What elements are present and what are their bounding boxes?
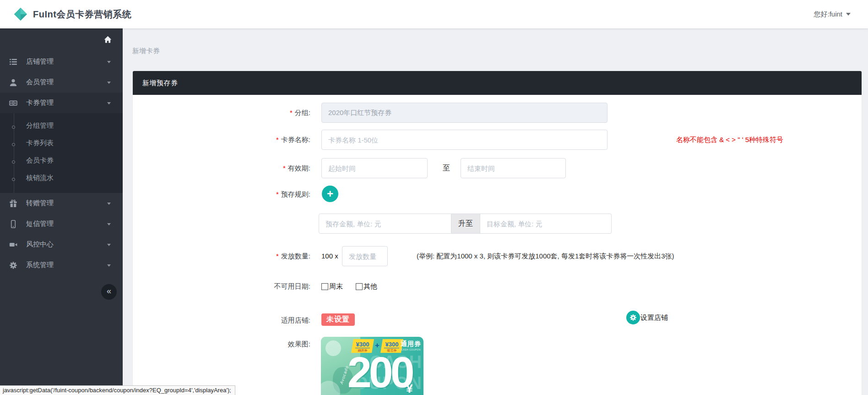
sidebar-item-member-coupon[interactable]: 会员卡券 [0,152,123,169]
chevron-down-icon [107,264,111,269]
coupon-badge: ¥300 暖芯券 [380,339,403,353]
sidebar-item-risk[interactable]: 风控中心 [0,234,123,255]
main-content: 新增卡券 新增预存券 *分组: *卡券名称: 名称不能包含 & < > " ' … [123,28,868,395]
sidebar-subitem-label: 会员卡券 [26,156,54,165]
target-amount-input[interactable] [480,214,612,234]
other-checkbox[interactable]: 其他 [356,282,377,291]
field-label: 适用店铺: [133,313,310,327]
shop-list-icon [9,58,17,66]
home-icon[interactable] [104,36,112,44]
chevron-down-icon [107,203,111,207]
field-label: 不可用日期: [133,278,310,295]
sidebar-item-label: 系统管理 [26,261,54,269]
end-time-input[interactable] [461,158,566,178]
field-label: *预存规则: [133,186,310,203]
quantity-input[interactable] [342,246,388,266]
add-rule-button[interactable]: + [322,186,338,202]
sms-phone-icon [9,220,17,228]
sidebar-item-coupon[interactable]: 卡券管理 [0,93,123,113]
sidebar-item-label: 风控中心 [26,240,54,249]
group-input [321,103,608,123]
bullet-icon [12,160,15,164]
panel-title: 新增预存券 [142,79,178,88]
sidebar-item-member[interactable]: 会员管理 [0,72,123,93]
field-label: *卡券名称: [133,130,310,150]
coupon-badges: ¥300 婚庆券 + ¥300 暖芯券 [351,339,403,353]
form-row-preview: 效果图: CASH COUPON Avocado 200 ¥ ¥300 [133,334,862,395]
coupon-amount: 200 [347,347,412,395]
sidebar-item-label: 店铺管理 [26,57,54,66]
sidebar-item-shop[interactable]: 店铺管理 [0,51,123,72]
coupon-money-icon [9,99,17,107]
form-row-group: *分组: [133,103,862,123]
form-row-validity: *有效期: 至 [133,158,862,178]
app-header: FuInt会员卡券营销系统 您好:fuint [0,0,868,28]
panel-body: *分组: *卡券名称: 名称不能包含 & < > " ' 5种特殊符号 *有效期… [133,95,862,395]
prestore-amount-input[interactable] [319,214,451,234]
chevron-down-icon [107,244,111,248]
validity-separator: 至 [437,158,456,178]
required-mark: * [276,252,279,260]
app-title: FuInt会员卡券营销系统 [33,8,131,21]
gift-icon [9,199,17,208]
required-mark: * [283,164,286,172]
field-label: *分组: [133,103,310,123]
collapse-left-icon[interactable]: « [101,284,117,300]
coupon-preview-image: CASH COUPON Avocado 200 ¥ ¥300 婚庆券 [321,337,423,395]
form-row-stores: 适用店铺: 未设置 [133,313,862,327]
field-label: *发放数量: [133,246,310,266]
set-stores-button[interactable]: 设置店铺 [626,311,668,324]
required-mark: * [276,136,279,143]
checkbox-label: 其他 [363,282,377,291]
gear-icon [9,261,17,269]
form-row-name: *卡券名称: 名称不能包含 & < > " ' 5种特殊符号 [133,130,862,150]
sidebar-item-system[interactable]: 系统管理 [0,255,123,275]
diamond-logo-icon [14,7,27,21]
plus-sign: + [375,341,380,350]
coupon-name-input[interactable] [321,130,608,150]
sidebar-item-gift[interactable]: 转赠管理 [0,193,123,214]
sidebar-subitem-label: 分组管理 [26,121,54,130]
user-menu[interactable]: 您好:fuint [814,0,851,28]
sidebar-item-label: 会员管理 [26,78,54,87]
bullet-icon [12,126,15,129]
chevron-down-icon [107,223,111,227]
start-time-input[interactable] [321,158,428,178]
name-hint-text: 名称不能包含 & < > " ' 5种特殊符号 [676,130,783,150]
sidebar-item-verify-flow[interactable]: 核销流水 [0,169,123,187]
app-logo: FuInt会员卡券营销系统 [14,7,131,21]
quantity-example-text: (举例: 配置为1000 x 3, 则该卡券可发放1000套, 每发1套时将该卡… [417,246,674,266]
coupon-type-label: 通用券 CASH COUPON [401,340,421,351]
form-row-prestore-amount: 升至 [133,214,862,234]
bullet-icon [12,178,15,181]
sidebar-item-label: 卡券管理 [26,99,54,107]
sidebar-item-coupon-list[interactable]: 卡券列表 [0,134,123,152]
browser-status-bar: javascript:getData('/fuint-coupon/backen… [0,385,235,395]
field-label: *有效期: [133,158,310,178]
required-mark: * [290,109,293,116]
rise-to-addon: 升至 [451,214,480,234]
sidebar-item-label: 转赠管理 [26,199,54,208]
form-row-unavailable-dates: 不可用日期: 周末 其他 [133,278,862,295]
sidebar-group-coupon: 卡券管理 分组管理 卡券列表 会员卡券 核销流水 [0,93,123,193]
required-mark: * [276,190,279,198]
new-prestore-coupon-panel: 新增预存券 *分组: *卡券名称: 名称不能包含 & < > " ' 5种特殊符… [133,71,862,395]
weekend-checkbox[interactable]: 周末 [321,282,343,291]
user-greeting: 您好:fuint [814,10,842,19]
sidebar: 店铺管理 会员管理 卡券管理 分组管理 [0,28,123,395]
sidebar-item-label: 短信管理 [26,219,54,228]
sidebar-item-group-manage[interactable]: 分组管理 [0,117,123,134]
breadcrumb: 新增卡券 [132,47,160,55]
checkbox-icon [356,283,363,290]
sidebar-item-sms[interactable]: 短信管理 [0,214,123,234]
video-camera-icon [9,241,17,249]
checkbox-icon [321,283,328,290]
member-user-icon [9,78,17,87]
sidebar-subitem-label: 卡券列表 [26,139,54,148]
caret-down-icon [846,13,851,18]
status-badge: 未设置 [321,313,355,326]
checkbox-label: 周末 [329,282,343,291]
plus-icon: + [327,187,333,200]
coupon-badge: ¥300 婚庆券 [351,339,374,353]
set-stores-label: 设置店铺 [640,313,668,322]
